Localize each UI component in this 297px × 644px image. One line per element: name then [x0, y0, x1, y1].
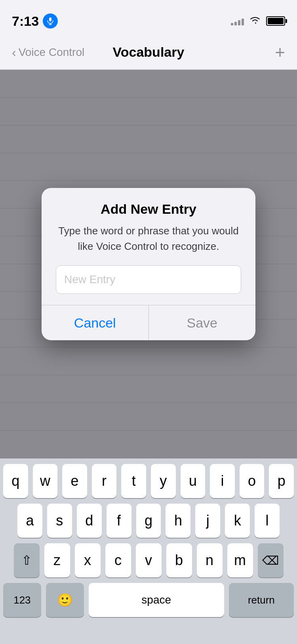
key-f[interactable]: f: [107, 504, 131, 538]
key-r[interactable]: r: [92, 464, 117, 498]
chevron-left-icon: ‹: [12, 46, 16, 59]
key-g[interactable]: g: [136, 504, 161, 538]
return-key[interactable]: return: [229, 583, 294, 617]
key-j[interactable]: j: [195, 504, 220, 538]
status-time-section: 7:13: [12, 13, 58, 29]
key-y[interactable]: y: [151, 464, 176, 498]
key-l[interactable]: l: [255, 504, 280, 538]
mic-icon: [46, 17, 54, 25]
dialog-body: Add New Entry Type the word or phrase th…: [42, 188, 255, 305]
dialog-title: Add New Entry: [56, 201, 241, 217]
dialog-message: Type the word or phrase that you would l…: [56, 223, 241, 254]
keyboard-row-2: a s d f g h j k l: [3, 504, 294, 538]
time-display: 7:13: [12, 13, 39, 29]
backspace-key[interactable]: ⌫: [258, 543, 284, 577]
key-q[interactable]: q: [3, 464, 28, 498]
status-icons: [231, 16, 285, 26]
key-o[interactable]: o: [240, 464, 265, 498]
key-b[interactable]: b: [166, 543, 192, 577]
key-w[interactable]: w: [33, 464, 58, 498]
key-e[interactable]: e: [62, 464, 87, 498]
key-x[interactable]: x: [75, 543, 101, 577]
key-u[interactable]: u: [181, 464, 206, 498]
cancel-button[interactable]: Cancel: [42, 305, 149, 340]
emoji-key[interactable]: 🙂: [46, 583, 84, 617]
main-content: Add New Entry Type the word or phrase th…: [0, 70, 297, 458]
key-n[interactable]: n: [197, 543, 223, 577]
key-s[interactable]: s: [47, 504, 72, 538]
mic-badge: [43, 13, 58, 29]
wifi-icon: [249, 16, 261, 26]
keyboard-row-3: ⇧ z x c v b n m ⌫: [3, 543, 294, 577]
key-k[interactable]: k: [225, 504, 250, 538]
keyboard: q w e r t y u i o p a s d f g h j k l ⇧ …: [0, 458, 297, 644]
numeric-key[interactable]: 123: [3, 583, 41, 617]
save-button[interactable]: Save: [149, 305, 256, 340]
nav-bar: ‹ Voice Control Vocabulary +: [0, 35, 297, 70]
signal-icon: [231, 17, 244, 25]
key-t[interactable]: t: [121, 464, 146, 498]
new-entry-input[interactable]: [56, 265, 241, 294]
dialog-buttons: Cancel Save: [42, 305, 255, 340]
key-i[interactable]: i: [210, 464, 235, 498]
key-h[interactable]: h: [166, 504, 190, 538]
battery-icon: [266, 16, 285, 26]
svg-rect-0: [49, 17, 51, 21]
key-m[interactable]: m: [227, 543, 253, 577]
back-label: Voice Control: [19, 46, 85, 59]
add-entry-dialog: Add New Entry Type the word or phrase th…: [42, 188, 255, 340]
space-key[interactable]: space: [89, 583, 224, 617]
key-z[interactable]: z: [44, 543, 70, 577]
add-button[interactable]: +: [275, 44, 285, 61]
key-d[interactable]: d: [77, 504, 102, 538]
keyboard-row-4: 123 🙂 space return: [3, 583, 294, 617]
key-p[interactable]: p: [269, 464, 294, 498]
back-button[interactable]: ‹ Voice Control: [12, 46, 84, 59]
key-c[interactable]: c: [105, 543, 131, 577]
key-a[interactable]: a: [17, 504, 42, 538]
shift-key[interactable]: ⇧: [14, 543, 40, 577]
status-bar: 7:13: [0, 0, 297, 35]
key-v[interactable]: v: [136, 543, 162, 577]
page-title: Vocabulary: [113, 44, 185, 60]
keyboard-row-1: q w e r t y u i o p: [3, 464, 294, 498]
